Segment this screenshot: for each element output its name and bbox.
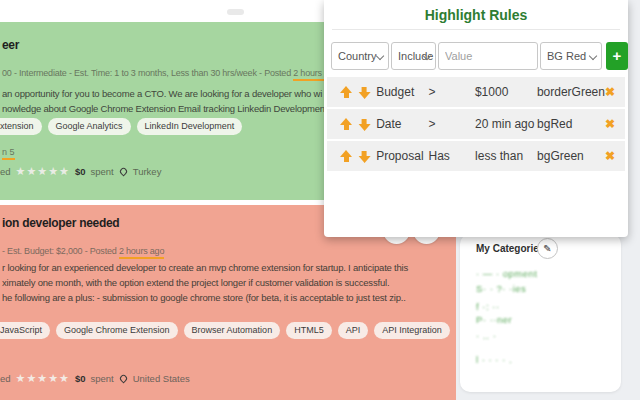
- location-pin-icon: [118, 374, 128, 384]
- style-select[interactable]: BG Red: [540, 42, 602, 70]
- job-meta: 00 - Intermediate - Est. Time: 1 to 3 mo…: [2, 68, 339, 78]
- rule-style: bgGreen: [537, 149, 605, 163]
- client-info-row: ed ★★★★★ $0 spent Turkey: [0, 165, 161, 178]
- rule-field: Date: [376, 117, 428, 131]
- spent-amount: $0: [75, 373, 86, 384]
- highlight-rules-popup: Highlight Rules Country Include BG Red +…: [324, 0, 628, 237]
- category-link[interactable]: f ·: ··: [476, 301, 500, 312]
- job-meta-text: 00 - Intermediate - Est. Time: 1 to 3 mo…: [2, 68, 293, 78]
- move-up-icon[interactable]: [340, 150, 353, 163]
- pencil-icon: ✎: [543, 243, 551, 254]
- move-down-icon[interactable]: [358, 118, 371, 131]
- screen: eer 00 - Intermediate - Est. Time: 1 to …: [0, 0, 640, 400]
- skill-tag[interactable]: Browser Automation: [184, 322, 281, 339]
- rule-row: Date > 20 min ago bgRed ✖: [327, 109, 625, 139]
- skill-tags: Google Chrome Extension Google Analytics…: [0, 118, 242, 135]
- condition-select[interactable]: Include: [391, 42, 436, 70]
- location-pin-icon: [118, 167, 128, 177]
- divider: [332, 29, 620, 30]
- skill-tag[interactable]: JavaScript: [0, 322, 50, 339]
- delete-rule-icon[interactable]: ✖: [605, 85, 615, 99]
- skill-tag[interactable]: Google Analytics: [48, 118, 131, 135]
- job-description-line: nowledge about Google Chrome Extension E…: [2, 103, 327, 114]
- job-description-line: he following are a plus: - submission to…: [2, 292, 406, 303]
- skill-tag[interactable]: LinkedIn Development: [137, 118, 243, 135]
- client-country: United States: [133, 373, 190, 384]
- skill-tags: JavaScript Google Chrome Extension Brows…: [0, 322, 450, 339]
- skill-tag[interactable]: HTML5: [286, 322, 332, 339]
- category-link[interactable]: · ‥ ·: [476, 330, 496, 341]
- rule-value: $1000: [475, 85, 537, 99]
- client-info-row: ed ★★★★★ $0 spent United States: [0, 372, 190, 385]
- rule-row: Budget > $1000 borderGreen ✖: [327, 77, 625, 107]
- field-select[interactable]: Country: [331, 42, 389, 70]
- move-down-icon[interactable]: [358, 86, 371, 99]
- rule-style: borderGreen: [537, 85, 605, 99]
- my-categories-title: My Categories: [476, 243, 544, 254]
- job-meta-text: - Est. Budget: $2,000 - Posted: [2, 246, 119, 256]
- rule-value: less than: [475, 149, 537, 163]
- move-up-icon[interactable]: [340, 86, 353, 99]
- page-remnant-pill: [227, 9, 244, 15]
- rule-value: 20 min ago: [475, 117, 537, 131]
- skill-tag[interactable]: API: [338, 322, 369, 339]
- job-description-line: ximately one month, with the option exte…: [2, 277, 389, 288]
- rule-field: Budget: [376, 85, 428, 99]
- category-link[interactable]: · — · opment: [476, 268, 537, 279]
- value-input[interactable]: [438, 42, 538, 70]
- posted-time-highlighted: 2 hours ago: [119, 246, 164, 259]
- spent-label: spent: [90, 373, 113, 384]
- payment-verified-fragment: ed: [0, 373, 11, 384]
- category-link[interactable]: l · · · · .: [476, 354, 512, 365]
- rule-row: Proposal Has less than bgGreen ✖: [327, 141, 625, 171]
- skill-tag[interactable]: Google Chrome Extension: [0, 118, 42, 135]
- client-country: Turkey: [133, 166, 162, 177]
- proposals-fragment-highlighted: n 5: [2, 147, 15, 160]
- delete-rule-icon[interactable]: ✖: [605, 149, 615, 163]
- job-description-line: r looking for an experienced developer t…: [2, 262, 408, 273]
- skill-tag[interactable]: API Integration: [374, 322, 450, 339]
- edit-categories-button[interactable]: ✎: [537, 238, 558, 259]
- move-up-icon[interactable]: [340, 118, 353, 131]
- job-title[interactable]: ion developer needed: [2, 216, 119, 230]
- rule-condition: Has: [429, 149, 476, 163]
- job-title[interactable]: eer: [2, 38, 19, 52]
- rule-condition: >: [428, 85, 474, 99]
- rating-stars: ★★★★★: [16, 165, 70, 178]
- rule-style: bgRed: [537, 117, 605, 131]
- rule-condition: >: [429, 117, 476, 131]
- popup-title: Highlight Rules: [324, 7, 628, 23]
- job-description-line: an opportunity for you to become a CTO. …: [2, 88, 322, 99]
- spent-amount: $0: [75, 166, 86, 177]
- move-down-icon[interactable]: [358, 150, 371, 163]
- spent-label: spent: [90, 166, 113, 177]
- job-meta: - Est. Budget: $2,000 - Posted 2 hours a…: [2, 246, 164, 256]
- category-link[interactable]: S· · ?· ·ies: [476, 283, 526, 294]
- new-rule-controls: Country Include BG Red +: [331, 42, 628, 70]
- skill-tag[interactable]: Google Chrome Extension: [56, 322, 178, 339]
- payment-verified-fragment: ed: [0, 166, 11, 177]
- category-link[interactable]: P· ··ner: [476, 314, 512, 325]
- rating-stars: ★★★★★: [16, 372, 70, 385]
- rule-field: Proposal: [376, 149, 428, 163]
- my-categories-card: My Categories ✎ · — · opment S· · ?· ·ie…: [460, 234, 621, 392]
- add-rule-button[interactable]: +: [606, 42, 628, 70]
- rules-list: Budget > $1000 borderGreen ✖ Date > 20 m…: [327, 77, 625, 171]
- delete-rule-icon[interactable]: ✖: [605, 117, 615, 131]
